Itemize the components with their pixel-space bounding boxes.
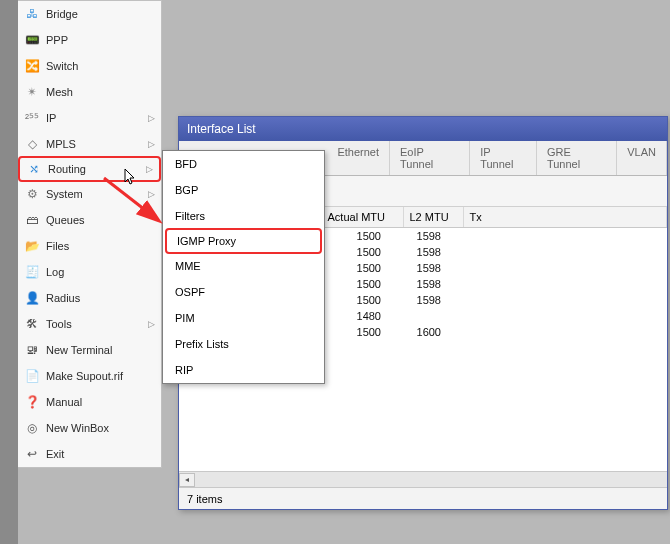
- system-icon: ⚙: [24, 186, 40, 202]
- column-tx[interactable]: Tx: [463, 207, 667, 228]
- sidebar-item-label: Switch: [46, 60, 155, 72]
- tab-vlan[interactable]: VLAN: [617, 141, 667, 175]
- sidebar-item-ip[interactable]: ²⁵⁵IP▷: [18, 105, 161, 131]
- submenu-item-label: IGMP Proxy: [177, 235, 236, 247]
- tab-ip-tunnel[interactable]: IP Tunnel: [470, 141, 537, 175]
- sidebar-item-exit[interactable]: ↩Exit: [18, 441, 161, 467]
- sidebar-item-bridge[interactable]: 🖧Bridge: [18, 1, 161, 27]
- new-winbox-icon: ◎: [24, 420, 40, 436]
- exit-icon: ↩: [24, 446, 40, 462]
- submenu-arrow-icon: ▷: [148, 189, 155, 199]
- ppp-icon: 📟: [24, 32, 40, 48]
- cell-l2-mtu: [403, 308, 463, 324]
- sidebar: 🖧Bridge📟PPP🔀Switch✴Mesh²⁵⁵IP▷◇MPLS▷⤭Rout…: [18, 0, 162, 468]
- cell-tx: [463, 308, 667, 324]
- routing-icon: ⤭: [26, 161, 42, 177]
- cell-l2-mtu: 1598: [403, 292, 463, 308]
- cell-tx: [463, 292, 667, 308]
- sidebar-item-label: Manual: [46, 396, 155, 408]
- sidebar-item-files[interactable]: 📂Files: [18, 233, 161, 259]
- sidebar-item-label: Tools: [46, 318, 148, 330]
- sidebar-item-label: PPP: [46, 34, 155, 46]
- tools-icon: 🛠: [24, 316, 40, 332]
- switch-icon: 🔀: [24, 58, 40, 74]
- sidebar-item-label: IP: [46, 112, 148, 124]
- submenu-item-bfd[interactable]: BFD: [163, 151, 324, 177]
- sidebar-item-switch[interactable]: 🔀Switch: [18, 53, 161, 79]
- submenu-item-filters[interactable]: Filters: [163, 203, 324, 229]
- sidebar-item-label: Bridge: [46, 8, 155, 20]
- sidebar-item-label: Queues: [46, 214, 155, 226]
- files-icon: 📂: [24, 238, 40, 254]
- submenu-arrow-icon: ▷: [148, 139, 155, 149]
- new-terminal-icon: 🖳: [24, 342, 40, 358]
- tab-ethernet[interactable]: Ethernet: [327, 141, 390, 175]
- submenu-item-label: OSPF: [175, 286, 205, 298]
- scroll-left-arrow[interactable]: ◂: [179, 473, 195, 487]
- column-l2-mtu[interactable]: L2 MTU: [403, 207, 463, 228]
- submenu-item-igmp-proxy[interactable]: IGMP Proxy: [165, 228, 322, 254]
- submenu-item-label: RIP: [175, 364, 193, 376]
- submenu-item-prefix-lists[interactable]: Prefix Lists: [163, 331, 324, 357]
- submenu-item-label: MME: [175, 260, 201, 272]
- routing-submenu: BFDBGPFiltersIGMP ProxyMMEOSPFPIMPrefix …: [162, 150, 325, 384]
- sidebar-item-new-winbox[interactable]: ◎New WinBox: [18, 415, 161, 441]
- cell-l2-mtu: 1600: [403, 324, 463, 340]
- sidebar-item-label: Mesh: [46, 86, 155, 98]
- cell-l2-mtu: 1598: [403, 244, 463, 260]
- submenu-item-rip[interactable]: RIP: [163, 357, 324, 383]
- cell-tx: [463, 276, 667, 292]
- sidebar-item-label: Make Supout.rif: [46, 370, 155, 382]
- cell-actual-mtu: 1480: [321, 308, 403, 324]
- sidebar-item-label: MPLS: [46, 138, 148, 150]
- cell-tx: [463, 228, 667, 245]
- submenu-item-ospf[interactable]: OSPF: [163, 279, 324, 305]
- sidebar-item-label: System: [46, 188, 148, 200]
- cell-l2-mtu: 1598: [403, 276, 463, 292]
- sidebar-item-routing[interactable]: ⤭Routing▷: [18, 156, 161, 182]
- sidebar-item-tools[interactable]: 🛠Tools▷: [18, 311, 161, 337]
- submenu-item-label: Filters: [175, 210, 205, 222]
- cell-tx: [463, 324, 667, 340]
- status-text: 7 items: [187, 493, 222, 505]
- tab-eoip-tunnel[interactable]: EoIP Tunnel: [390, 141, 470, 175]
- sidebar-item-label: Routing: [48, 163, 146, 175]
- window-titlebar[interactable]: Interface List: [179, 117, 667, 141]
- submenu-item-label: BGP: [175, 184, 198, 196]
- submenu-item-label: BFD: [175, 158, 197, 170]
- sidebar-item-mesh[interactable]: ✴Mesh: [18, 79, 161, 105]
- mesh-icon: ✴: [24, 84, 40, 100]
- submenu-arrow-icon: ▷: [148, 113, 155, 123]
- sidebar-item-label: New Terminal: [46, 344, 155, 356]
- sidebar-item-label: Radius: [46, 292, 155, 304]
- queues-icon: 🗃: [24, 212, 40, 228]
- scrollbar-horizontal[interactable]: ◂: [179, 471, 667, 487]
- sidebar-item-new-terminal[interactable]: 🖳New Terminal: [18, 337, 161, 363]
- sidebar-item-radius[interactable]: 👤Radius: [18, 285, 161, 311]
- submenu-item-pim[interactable]: PIM: [163, 305, 324, 331]
- sidebar-item-system[interactable]: ⚙System▷: [18, 181, 161, 207]
- mpls-icon: ◇: [24, 136, 40, 152]
- submenu-arrow-icon: ▷: [148, 319, 155, 329]
- submenu-arrow-icon: ▷: [146, 164, 153, 174]
- cell-actual-mtu: 1500: [321, 324, 403, 340]
- sidebar-item-queues[interactable]: 🗃Queues: [18, 207, 161, 233]
- cell-actual-mtu: 1500: [321, 276, 403, 292]
- column-actual-mtu[interactable]: Actual MTU: [321, 207, 403, 228]
- window-title: Interface List: [187, 122, 256, 136]
- sidebar-item-ppp[interactable]: 📟PPP: [18, 27, 161, 53]
- sidebar-item-make-supout-rif[interactable]: 📄Make Supout.rif: [18, 363, 161, 389]
- cell-actual-mtu: 1500: [321, 292, 403, 308]
- sidebar-item-log[interactable]: 🧾Log: [18, 259, 161, 285]
- tab-gre-tunnel[interactable]: GRE Tunnel: [537, 141, 617, 175]
- sidebar-item-label: Exit: [46, 448, 155, 460]
- sidebar-item-mpls[interactable]: ◇MPLS▷: [18, 131, 161, 157]
- cell-tx: [463, 244, 667, 260]
- submenu-item-bgp[interactable]: BGP: [163, 177, 324, 203]
- sidebar-item-label: Files: [46, 240, 155, 252]
- sidebar-item-manual[interactable]: ❓Manual: [18, 389, 161, 415]
- submenu-item-mme[interactable]: MME: [163, 253, 324, 279]
- sidebar-item-label: Log: [46, 266, 155, 278]
- sidebar-item-label: New WinBox: [46, 422, 155, 434]
- cell-actual-mtu: 1500: [321, 260, 403, 276]
